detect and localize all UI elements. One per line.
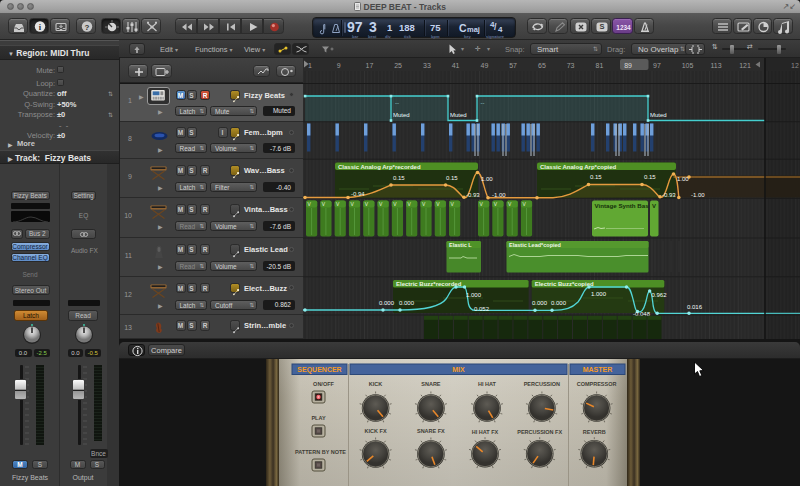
svg-text:0.000: 0.000	[532, 300, 548, 306]
svg-text:Muted: Muted	[650, 112, 667, 118]
svg-text:PLAY: PLAY	[311, 415, 325, 421]
svg-text:HI HAT: HI HAT	[478, 381, 497, 387]
svg-text:0.000: 0.000	[379, 300, 395, 306]
svg-text:0.15: 0.15	[393, 175, 405, 181]
svg-text:105: 105	[682, 62, 694, 69]
svg-text:--: --	[481, 100, 485, 106]
svg-text:121: 121	[739, 62, 751, 69]
svg-text:65: 65	[538, 62, 546, 69]
svg-text:COMPRESSOR: COMPRESSOR	[577, 381, 617, 387]
svg-text:1.000: 1.000	[591, 291, 607, 297]
svg-text:73: 73	[567, 62, 575, 69]
svg-text:Vintage Synth Bas: Vintage Synth Bas	[595, 202, 650, 209]
svg-text:1: 1	[308, 62, 312, 69]
svg-text:0.15: 0.15	[644, 174, 656, 180]
svg-text:1.000: 1.000	[466, 292, 482, 298]
svg-text:--: --	[395, 100, 399, 106]
svg-text:KICK FX: KICK FX	[365, 428, 387, 434]
svg-text:113: 113	[711, 62, 722, 69]
svg-text:0.000: 0.000	[399, 300, 415, 306]
svg-text:Elastic L: Elastic L	[449, 242, 472, 248]
svg-text:-0.93: -0.93	[466, 192, 480, 198]
svg-text:V: V	[652, 203, 656, 209]
svg-text:-0.048: -0.048	[633, 311, 651, 317]
svg-text:Elastic Lead*copied: Elastic Lead*copied	[509, 242, 561, 248]
svg-text:33: 33	[423, 62, 431, 69]
svg-text:MIX: MIX	[452, 366, 465, 373]
svg-text:Classic Analog Arp*recorded: Classic Analog Arp*recorded	[338, 164, 421, 170]
svg-text:SNARE FX: SNARE FX	[417, 428, 445, 434]
svg-text:PATTERN BY NOTE: PATTERN BY NOTE	[295, 449, 346, 455]
svg-text:1.00: 1.00	[481, 176, 493, 182]
svg-text:49: 49	[481, 62, 489, 69]
svg-text:-0.94: -0.94	[351, 191, 365, 197]
svg-text:0.052: 0.052	[474, 306, 490, 312]
svg-text:ON/OFF: ON/OFF	[313, 381, 334, 387]
svg-text:1234: 1234	[616, 24, 631, 31]
svg-text:17: 17	[366, 62, 374, 69]
svg-text:PERCUSSION FX: PERCUSSION FX	[517, 429, 562, 435]
svg-text:9: 9	[337, 62, 341, 69]
svg-text:PERCUSSION: PERCUSSION	[524, 381, 560, 387]
svg-text:0.15: 0.15	[590, 174, 602, 180]
svg-text:57: 57	[509, 62, 517, 69]
svg-text:-1.00: -1.00	[492, 192, 506, 198]
svg-text:0.016: 0.016	[687, 304, 703, 310]
svg-text:89: 89	[624, 62, 632, 69]
svg-text:Muted: Muted	[450, 112, 467, 118]
svg-text:12: 12	[791, 62, 799, 69]
svg-text:97: 97	[653, 62, 661, 69]
svg-text:SEQUENCER: SEQUENCER	[297, 366, 341, 374]
svg-text:0.15: 0.15	[446, 175, 458, 181]
svg-text:Classic Analog Arp*copied: Classic Analog Arp*copied	[540, 164, 617, 170]
svg-text:KICK: KICK	[369, 381, 382, 387]
svg-text:Muted: Muted	[393, 112, 410, 118]
svg-text:HI HAT FX: HI HAT FX	[472, 429, 499, 435]
svg-text:-0.93: -0.93	[662, 192, 676, 198]
svg-text:S: S	[599, 22, 604, 31]
svg-text:25: 25	[394, 62, 402, 69]
svg-text:41: 41	[452, 62, 460, 69]
svg-text:81: 81	[596, 62, 604, 69]
svg-text:REVERB: REVERB	[583, 429, 606, 435]
svg-text:0.000: 0.000	[551, 300, 567, 306]
svg-text:?: ?	[85, 23, 90, 32]
svg-text:Electric Buzz*recorded: Electric Buzz*recorded	[396, 281, 462, 287]
svg-text:0.962: 0.962	[652, 292, 668, 298]
svg-text:SNARE: SNARE	[421, 381, 441, 387]
svg-text:-1.00: -1.00	[691, 192, 705, 198]
svg-text:1.00: 1.00	[677, 176, 689, 182]
svg-text:MASTER: MASTER	[583, 366, 613, 373]
svg-text:Electric Buzz*copied: Electric Buzz*copied	[535, 281, 594, 287]
